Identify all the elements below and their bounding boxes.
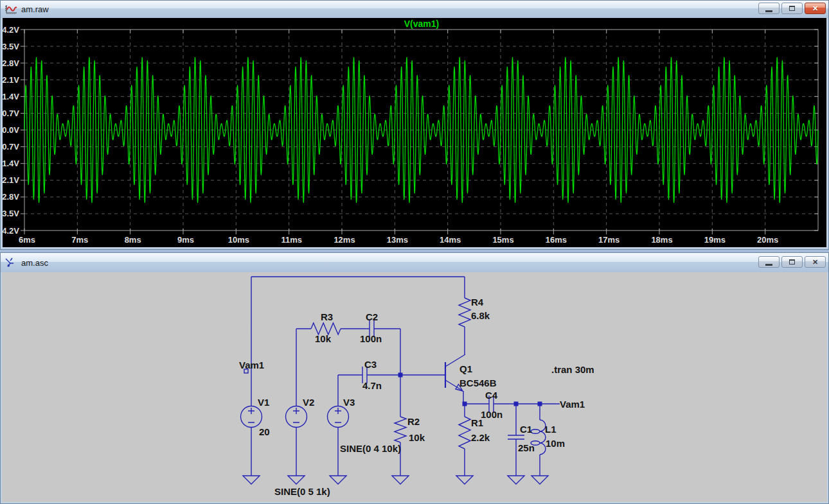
schematic-window: am.asc ✕ [0,252,829,504]
net-label-vam1-right[interactable]: Vam1 [560,399,585,410]
y-axis-tick-label: 0.0V [3,125,19,135]
waveform-window-title: am.raw [21,4,49,14]
waveform-plot-area[interactable]: 4.2V3.5V2.8V2.1V1.4V0.7V0.0V-0.7V-1.4V-2… [3,18,826,247]
y-axis-tick-label: 2.8V [3,58,19,68]
resistor-R1[interactable] [459,417,470,449]
close-icon: ✕ [812,259,818,266]
voltage-source-V3[interactable] [328,406,349,428]
y-axis-tick-label: 4.2V [3,25,19,35]
x-axis-tick-label: 12ms [334,235,355,245]
label-L1-value[interactable]: 10m [546,438,565,449]
resistor-R4[interactable] [459,298,470,327]
label-C3-ref[interactable]: C3 [364,359,377,370]
y-axis-tick-label: -1.4V [3,159,19,168]
x-axis-tick-label: 11ms [281,235,302,245]
schematic-file-icon [4,257,17,268]
wires [251,277,560,476]
label-C4-ref[interactable]: C4 [485,390,498,401]
x-axis-tick-label: 13ms [387,235,408,245]
close-icon: ✕ [812,5,818,12]
net-label-vam1-left[interactable]: Vam1 [239,360,264,370]
label-C1-ref[interactable]: C1 [520,424,532,435]
schematic-canvas[interactable]: Vam1 V1 20 V2 SINE(0 5 1k) V3 SINE(0 4 1… [2,272,827,502]
x-axis-tick-label: 7ms [71,235,88,245]
label-Q1-ref[interactable]: Q1 [459,363,472,374]
y-axis-tick-label: -2.8V [3,192,19,202]
restore-icon [789,259,795,265]
y-axis-tick-label: 0.7V [3,109,19,118]
waveform-window: am.raw ✕ 4.2V3.5V2.8V2.1V1.4V0.7V0.0V-0.… [0,0,829,250]
x-axis-tick-label: 18ms [651,235,672,245]
x-axis-tick-label: 20ms [757,235,778,245]
label-R1-value[interactable]: 2.2k [471,432,490,443]
x-axis-tick-label: 9ms [177,235,194,245]
restore-icon [789,6,795,11]
x-axis-tick-label: 6ms [19,235,35,245]
spice-directive[interactable]: .tran 30m [551,364,594,375]
schematic-window-title: am.asc [21,258,48,268]
x-axis-tick-label: 16ms [546,235,567,245]
label-V2-ref[interactable]: V2 [303,397,314,408]
label-R2-value[interactable]: 10k [409,432,425,443]
y-axis-tick-label: 1.4V [3,92,19,101]
y-axis-tick-label: -3.5V [3,209,19,218]
minimize-icon [765,264,772,266]
label-R4-ref[interactable]: R4 [471,297,484,308]
y-axis-tick-label: 3.5V [3,42,19,51]
label-V1-value[interactable]: 20 [259,426,270,437]
voltage-source-V1[interactable] [241,406,262,428]
minimize-icon [765,10,772,12]
y-axis-tick-label: 2.1V [3,75,19,85]
label-R3-ref[interactable]: R3 [321,311,333,322]
y-axis-tick-label: -4.2V [3,226,19,236]
x-axis-tick-label: 15ms [492,235,513,245]
label-R3-value[interactable]: 10k [315,333,332,344]
voltage-source-V2[interactable] [286,406,307,428]
waveform-titlebar[interactable]: am.raw ✕ [1,1,828,18]
label-C1-value[interactable]: 25n [518,442,535,453]
label-C2-ref[interactable]: C2 [366,311,378,322]
label-C3-value[interactable]: 4.7n [362,380,382,391]
restore-button[interactable] [781,256,803,268]
label-L1-ref[interactable]: L1 [545,424,557,435]
y-axis-tick-label: -0.7V [3,142,19,152]
y-axis-tick-label: -2.1V [3,175,19,185]
label-V1-ref[interactable]: V1 [258,397,269,408]
x-axis-tick-label: 8ms [125,235,141,245]
label-V2-value[interactable]: SINE(0 5 1k) [274,486,330,497]
label-R2-ref[interactable]: R2 [407,416,420,427]
label-C2-value[interactable]: 100n [360,333,382,344]
minimize-button[interactable] [758,3,780,14]
ground-symbols [243,476,548,484]
x-axis-tick-label: 17ms [598,235,620,245]
waveform-trace [24,58,818,203]
capacitor-C1[interactable] [508,435,524,439]
schematic-titlebar[interactable]: am.asc ✕ [1,253,828,272]
x-axis-tick-label: 14ms [440,235,461,245]
x-axis-tick-label: 10ms [228,235,249,245]
restore-button[interactable] [781,3,803,14]
label-V3-ref[interactable]: V3 [343,397,355,408]
close-button[interactable]: ✕ [805,256,826,268]
x-axis-tick-label: 19ms [704,235,726,245]
label-Q1-value[interactable]: BC546B [459,378,497,388]
label-C4-value[interactable]: 100n [481,409,503,420]
close-button[interactable]: ✕ [805,3,826,14]
trace-label: V(vam1) [404,19,439,29]
resistor-R2[interactable] [395,417,406,442]
waveform-file-icon [4,4,17,15]
label-R4-value[interactable]: 6.8k [471,310,490,321]
label-V3-value[interactable]: SINE(0 4 10k) [340,443,401,454]
minimize-button[interactable] [758,256,780,268]
